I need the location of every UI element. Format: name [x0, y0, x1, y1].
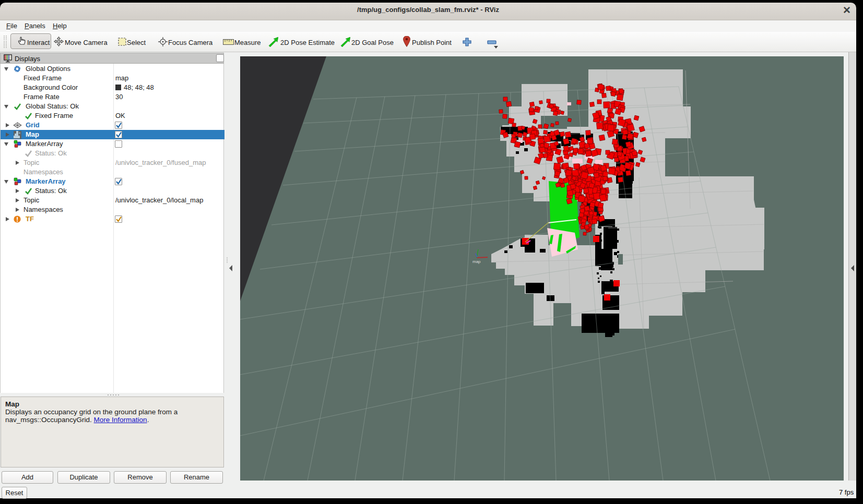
- svg-text:map: map: [472, 259, 481, 264]
